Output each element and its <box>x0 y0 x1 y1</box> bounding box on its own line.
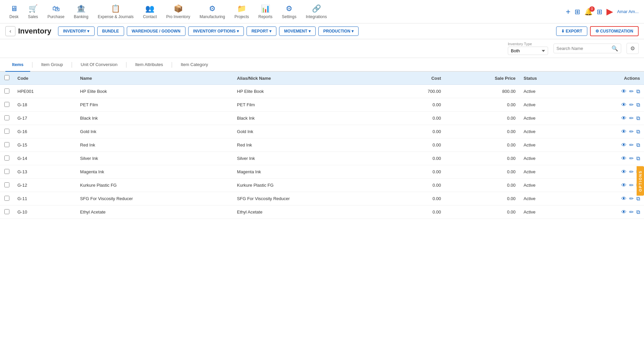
nav-item-banking[interactable]: 🏦Banking <box>70 2 92 22</box>
row-code: G-17 <box>13 112 76 125</box>
table-row: G-18 PET Film PET Film 0.00 0.00 Active … <box>0 98 644 112</box>
view-icon[interactable]: 👁 <box>621 129 627 135</box>
nav-item-expense[interactable]: 📋Expense & Journals <box>94 2 138 22</box>
edit-icon[interactable]: ✏ <box>629 182 634 188</box>
copy-icon[interactable]: ⧉ <box>636 115 640 121</box>
nav-item-settings[interactable]: ⚙Settings <box>278 2 300 22</box>
export-button[interactable]: ⬇ EXPORT <box>556 26 587 36</box>
nav-item-integrations[interactable]: 🔗Integrations <box>302 2 331 22</box>
nav-item-manufacturing[interactable]: ⚙Manufacturing <box>196 2 229 22</box>
row-checkbox[interactable] <box>4 129 9 134</box>
view-icon[interactable]: 👁 <box>621 142 627 148</box>
view-icon[interactable]: 👁 <box>621 169 627 175</box>
edit-icon[interactable]: ✏ <box>629 169 634 175</box>
toolbar-btn-movement[interactable]: MOVEMENT ▾ <box>279 26 316 36</box>
row-checkbox[interactable] <box>4 102 9 107</box>
copy-icon[interactable]: ⧉ <box>636 156 640 162</box>
inventory-type-filter: Inventory Type Both Inventory Non-Invent… <box>508 42 548 55</box>
banking-icon: 🏦 <box>76 4 86 13</box>
tab-item-group[interactable]: Item Group <box>35 58 70 72</box>
user-name[interactable]: Amar Am... <box>617 9 639 14</box>
copy-icon[interactable]: ⧉ <box>636 196 640 202</box>
row-checkbox[interactable] <box>4 156 9 161</box>
add-icon[interactable]: + <box>566 7 571 16</box>
row-status: Active <box>520 152 575 165</box>
row-code: HPE001 <box>13 85 76 98</box>
row-sale-price: 0.00 <box>445 205 520 219</box>
search-button[interactable]: 🔍 <box>611 45 618 52</box>
tab-unit-of-conversion[interactable]: Unit Of Conversion <box>74 58 124 72</box>
tab-item-category[interactable]: Item Category <box>174 58 215 72</box>
view-icon[interactable]: 👁 <box>621 209 627 215</box>
tab-items[interactable]: Items <box>5 58 30 72</box>
edit-icon[interactable]: ✏ <box>629 195 634 202</box>
view-icon[interactable]: 👁 <box>621 156 627 162</box>
nav-item-projects[interactable]: 📁Projects <box>230 2 253 22</box>
nav-item-pro-inventory[interactable]: 📦Pro Inventory <box>162 2 194 22</box>
toolbar-btn-warehouse[interactable]: WAREHOUSE / GODOWN <box>127 26 185 36</box>
desk-label: Desk <box>9 14 18 19</box>
row-code: G-15 <box>13 138 76 152</box>
copy-icon[interactable]: ⧉ <box>636 102 640 108</box>
toolbar-btn-report[interactable]: REPORT ▾ <box>247 26 276 36</box>
row-code: G-16 <box>13 125 76 138</box>
nav-item-sales[interactable]: 🛒Sales <box>24 2 42 22</box>
select-all-checkbox[interactable] <box>4 75 9 80</box>
row-checkbox-cell <box>0 205 13 219</box>
customization-button[interactable]: ⚙ CUSTOMIZATION <box>590 26 639 36</box>
nav-item-reports[interactable]: 📊Reports <box>254 2 276 22</box>
inventory-type-label: Inventory Type <box>508 42 548 46</box>
row-checkbox[interactable] <box>4 115 9 120</box>
row-name: PET Film <box>76 98 233 112</box>
toolbar-btn-inventory[interactable]: INVENTORY ▾ <box>58 26 94 36</box>
view-icon[interactable]: 👁 <box>621 115 627 121</box>
row-alias: PET Film <box>233 98 390 112</box>
table-row: G-17 Black Ink Black Ink 0.00 0.00 Activ… <box>0 112 644 125</box>
copy-icon[interactable]: ⧉ <box>636 88 640 95</box>
copy-icon[interactable]: ⧉ <box>636 129 640 135</box>
edit-icon[interactable]: ✏ <box>629 142 634 148</box>
toolbar-btn-bundle[interactable]: BUNDLE <box>97 26 124 36</box>
nav-item-desk[interactable]: 🖥Desk <box>5 2 22 22</box>
row-actions: 👁 ✏ ⧉ <box>575 152 644 165</box>
row-status: Active <box>520 205 575 219</box>
edit-icon[interactable]: ✏ <box>629 209 634 215</box>
options-side-tab[interactable]: OPTIONS <box>637 166 644 196</box>
nav-item-contact[interactable]: 👥Contact <box>139 2 161 22</box>
notification-icon[interactable]: 🔔 0 <box>584 8 593 16</box>
edit-icon[interactable]: ✏ <box>629 115 634 121</box>
row-checkbox[interactable] <box>4 182 9 187</box>
toolbar-btn-production[interactable]: PRODUCTION ▾ <box>318 26 359 36</box>
edit-icon[interactable]: ✏ <box>629 155 634 162</box>
grid-icon[interactable]: ⊞ <box>575 8 580 16</box>
nav-item-purchase[interactable]: 🛍Purchase <box>43 2 68 22</box>
view-icon[interactable]: 👁 <box>621 88 627 95</box>
table-settings-button[interactable]: ⚙ <box>627 43 639 54</box>
search-input[interactable] <box>556 46 610 51</box>
apps-icon[interactable]: ⊞ <box>597 8 602 16</box>
row-actions: 👁 ✏ ⧉ <box>575 192 644 205</box>
row-checkbox[interactable] <box>4 88 9 94</box>
row-checkbox[interactable] <box>4 169 9 174</box>
row-checkbox-cell <box>0 152 13 165</box>
edit-icon[interactable]: ✏ <box>629 128 634 135</box>
row-checkbox[interactable] <box>4 142 9 147</box>
row-actions: 👁 ✏ ⧉ <box>575 125 644 138</box>
row-checkbox[interactable] <box>4 196 9 201</box>
copy-icon[interactable]: ⧉ <box>636 209 640 215</box>
row-checkbox-cell <box>0 112 13 125</box>
toolbar-btn-inventory-options[interactable]: INVENTORY OPTIONS ▾ <box>188 26 244 36</box>
row-checkbox[interactable] <box>4 209 9 214</box>
youtube-icon[interactable]: ▶ <box>606 6 613 17</box>
edit-icon[interactable]: ✏ <box>629 102 634 108</box>
row-name: Silver Ink <box>76 152 233 165</box>
filter-bar: Inventory Type Both Inventory Non-Invent… <box>0 39 644 58</box>
inventory-type-select[interactable]: Both Inventory Non-Inventory <box>508 47 548 55</box>
back-button[interactable]: ‹ <box>5 26 15 36</box>
edit-icon[interactable]: ✏ <box>629 88 634 95</box>
view-icon[interactable]: 👁 <box>621 182 627 188</box>
tab-item-attributes[interactable]: Item Attributes <box>128 58 170 72</box>
copy-icon[interactable]: ⧉ <box>636 142 640 148</box>
view-icon[interactable]: 👁 <box>621 102 627 108</box>
view-icon[interactable]: 👁 <box>621 196 627 202</box>
